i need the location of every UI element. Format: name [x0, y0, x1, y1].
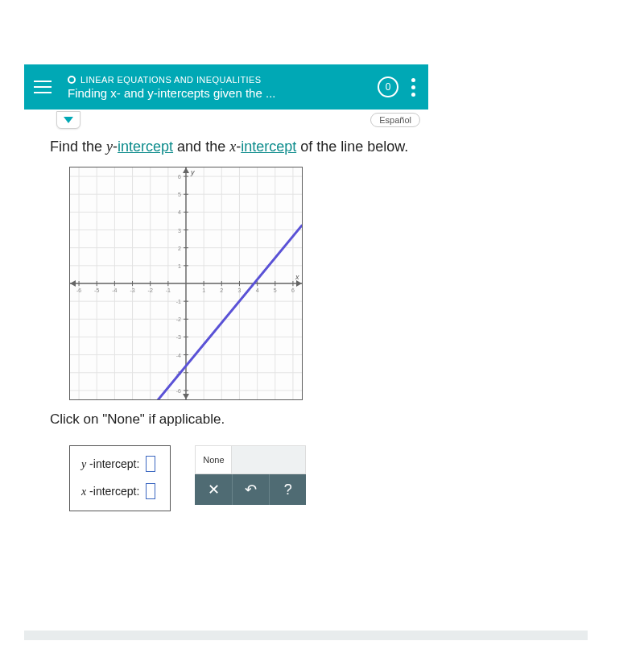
svg-text:5: 5 [178, 192, 181, 197]
svg-text:y: y [190, 168, 195, 176]
x-intercept-input[interactable] [146, 483, 155, 499]
svg-text:6: 6 [178, 174, 181, 180]
help-button[interactable]: ? [269, 474, 306, 505]
svg-text:-3: -3 [130, 287, 134, 293]
app-header: LINEAR EQUATIONS AND INEQUALITIES Findin… [24, 64, 428, 110]
answer-box: y -intercept: x -intercept: [69, 445, 171, 511]
svg-marker-31 [183, 167, 189, 173]
footer-bar [24, 631, 588, 640]
svg-marker-29 [296, 280, 302, 287]
status-dot-icon [68, 76, 76, 84]
svg-text:-2: -2 [148, 287, 153, 293]
tool-column: None ✕ ↶ ? [195, 445, 306, 505]
svg-marker-0 [64, 117, 73, 123]
header-kicker: LINEAR EQUATIONS AND INEQUALITIES [68, 75, 378, 85]
undo-button[interactable]: ↶ [232, 474, 269, 505]
header-actions: 0 [378, 75, 419, 100]
clear-button[interactable]: ✕ [195, 474, 232, 505]
content: Find the y-intercept and the x-intercept… [50, 139, 644, 511]
none-button[interactable]: None [195, 445, 232, 474]
svg-text:2: 2 [220, 287, 223, 293]
chevron-down-icon [64, 117, 73, 123]
svg-text:5: 5 [274, 287, 277, 293]
dropdown-tab[interactable] [56, 111, 80, 129]
graph: -6-5-4-3-2-1123456-6-5-4-3-2-1123456yx [69, 167, 644, 400]
svg-text:1: 1 [178, 263, 181, 269]
svg-text:3: 3 [238, 287, 242, 293]
subbar: Español [24, 110, 428, 135]
svg-text:-1: -1 [166, 287, 171, 293]
kebab-icon[interactable] [408, 75, 419, 100]
hint-text: Click on "None" if applicable. [50, 411, 644, 428]
question-prompt: Find the y-intercept and the x-intercept… [50, 139, 644, 155]
svg-text:-1: -1 [176, 299, 181, 304]
answer-y: y -intercept: [81, 456, 155, 472]
graph-frame: -6-5-4-3-2-1123456-6-5-4-3-2-1123456yx [69, 167, 303, 400]
tool-spacer [232, 445, 306, 474]
svg-text:-6: -6 [176, 388, 181, 394]
y-intercept-input[interactable] [146, 456, 155, 472]
tool-top-row: None [195, 445, 306, 474]
chart-svg: -6-5-4-3-2-1123456-6-5-4-3-2-1123456yx [70, 167, 302, 399]
svg-marker-32 [183, 394, 189, 399]
language-button[interactable]: Español [370, 113, 420, 127]
svg-text:2: 2 [178, 246, 181, 251]
answers-row: y -intercept: x -intercept: None ✕ ↶ ? [69, 445, 644, 511]
svg-text:x: x [295, 273, 299, 281]
svg-text:6: 6 [291, 287, 295, 293]
svg-text:-4: -4 [112, 287, 117, 293]
svg-marker-30 [70, 280, 76, 287]
menu-icon[interactable] [34, 76, 56, 98]
svg-text:-4: -4 [176, 353, 181, 358]
tool-bottom-row: ✕ ↶ ? [195, 474, 306, 505]
svg-text:1: 1 [202, 287, 205, 293]
link-intercept-x[interactable]: intercept [241, 139, 296, 155]
svg-text:-6: -6 [76, 287, 81, 293]
svg-text:-5: -5 [94, 287, 99, 293]
svg-text:4: 4 [256, 287, 259, 293]
svg-text:-3: -3 [176, 334, 181, 340]
answer-x: x -intercept: [81, 483, 155, 499]
header-title: Finding x- and y-intercepts given the ..… [68, 86, 309, 100]
svg-text:-2: -2 [176, 316, 181, 322]
attempt-counter[interactable]: 0 [378, 76, 398, 97]
header-titles: LINEAR EQUATIONS AND INEQUALITIES Findin… [68, 75, 378, 100]
header-kicker-text: LINEAR EQUATIONS AND INEQUALITIES [80, 75, 262, 85]
link-intercept-y[interactable]: intercept [118, 139, 173, 155]
svg-text:3: 3 [178, 228, 181, 234]
svg-text:4: 4 [178, 209, 181, 215]
